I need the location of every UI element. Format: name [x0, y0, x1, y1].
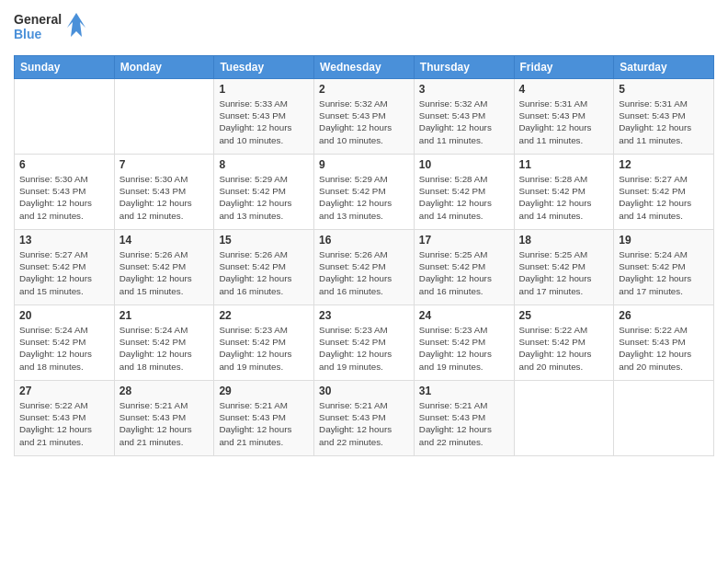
day-info: Sunrise: 5:23 AMSunset: 5:42 PMDaylight:…: [419, 324, 509, 373]
day-number: 8: [219, 158, 309, 171]
calendar-header: SundayMondayTuesdayWednesdayThursdayFrid…: [15, 56, 714, 79]
weekday-header-tuesday: Tuesday: [214, 56, 314, 79]
day-number: 25: [519, 309, 609, 322]
day-info: Sunrise: 5:31 AMSunset: 5:43 PMDaylight:…: [519, 98, 609, 146]
calendar-week-4: 20Sunrise: 5:24 AMSunset: 5:42 PMDayligh…: [15, 305, 714, 381]
day-info: Sunrise: 5:32 AMSunset: 5:43 PMDaylight:…: [319, 98, 409, 146]
day-number: 20: [19, 309, 109, 322]
day-info: Sunrise: 5:27 AMSunset: 5:42 PMDaylight:…: [619, 173, 709, 222]
day-info: Sunrise: 5:24 AMSunset: 5:42 PMDaylight:…: [119, 324, 210, 373]
calendar-cell: [15, 79, 115, 155]
day-number: 6: [19, 158, 109, 171]
header: General Blue: [14, 9, 714, 48]
day-number: 10: [419, 158, 509, 171]
day-number: 16: [319, 234, 409, 247]
day-number: 24: [419, 309, 509, 322]
day-info: Sunrise: 5:30 AMSunset: 5:43 PMDaylight:…: [19, 173, 109, 222]
day-number: 3: [419, 83, 509, 96]
day-number: 13: [19, 234, 109, 247]
day-info: Sunrise: 5:21 AMSunset: 5:43 PMDaylight:…: [319, 399, 409, 448]
day-number: 14: [119, 234, 210, 247]
day-number: 27: [19, 385, 109, 397]
calendar-cell: 14Sunrise: 5:26 AMSunset: 5:42 PMDayligh…: [114, 230, 214, 305]
day-number: 9: [319, 158, 409, 171]
calendar-cell: 31Sunrise: 5:21 AMSunset: 5:43 PMDayligh…: [414, 381, 514, 456]
day-info: Sunrise: 5:26 AMSunset: 5:42 PMDaylight:…: [319, 248, 409, 297]
day-info: Sunrise: 5:28 AMSunset: 5:42 PMDaylight:…: [519, 173, 609, 222]
calendar-cell: 23Sunrise: 5:23 AMSunset: 5:42 PMDayligh…: [314, 305, 415, 381]
weekday-header-monday: Monday: [114, 56, 214, 79]
day-info: Sunrise: 5:24 AMSunset: 5:42 PMDaylight:…: [619, 248, 709, 297]
day-number: 22: [219, 309, 309, 322]
day-info: Sunrise: 5:27 AMSunset: 5:42 PMDaylight:…: [19, 248, 109, 297]
day-info: Sunrise: 5:21 AMSunset: 5:43 PMDaylight:…: [219, 399, 309, 448]
calendar-cell: 12Sunrise: 5:27 AMSunset: 5:42 PMDayligh…: [614, 155, 714, 230]
calendar-cell: 5Sunrise: 5:31 AMSunset: 5:43 PMDaylight…: [614, 79, 714, 155]
calendar-cell: [514, 381, 614, 456]
day-info: Sunrise: 5:29 AMSunset: 5:42 PMDaylight:…: [319, 173, 409, 222]
calendar-cell: 10Sunrise: 5:28 AMSunset: 5:42 PMDayligh…: [414, 155, 514, 230]
calendar-cell: 28Sunrise: 5:21 AMSunset: 5:43 PMDayligh…: [114, 381, 214, 456]
day-info: Sunrise: 5:24 AMSunset: 5:42 PMDaylight:…: [19, 324, 109, 373]
weekday-header-thursday: Thursday: [414, 56, 514, 79]
calendar-cell: 13Sunrise: 5:27 AMSunset: 5:42 PMDayligh…: [15, 230, 115, 305]
calendar-cell: 20Sunrise: 5:24 AMSunset: 5:42 PMDayligh…: [15, 305, 115, 381]
calendar-cell: 8Sunrise: 5:29 AMSunset: 5:42 PMDaylight…: [214, 155, 314, 230]
day-info: Sunrise: 5:25 AMSunset: 5:42 PMDaylight:…: [419, 248, 509, 297]
day-info: Sunrise: 5:32 AMSunset: 5:43 PMDaylight:…: [419, 98, 509, 146]
calendar-cell: 17Sunrise: 5:25 AMSunset: 5:42 PMDayligh…: [414, 230, 514, 305]
calendar-cell: 2Sunrise: 5:32 AMSunset: 5:43 PMDaylight…: [314, 79, 415, 155]
day-info: Sunrise: 5:22 AMSunset: 5:43 PMDaylight:…: [19, 399, 109, 448]
calendar-body: 1Sunrise: 5:33 AMSunset: 5:43 PMDaylight…: [15, 79, 714, 456]
calendar-cell: 7Sunrise: 5:30 AMSunset: 5:43 PMDaylight…: [114, 155, 214, 230]
calendar-week-2: 6Sunrise: 5:30 AMSunset: 5:43 PMDaylight…: [15, 155, 714, 230]
day-info: Sunrise: 5:25 AMSunset: 5:42 PMDaylight:…: [519, 248, 609, 297]
calendar-table: SundayMondayTuesdayWednesdayThursdayFrid…: [14, 55, 714, 456]
weekday-header-saturday: Saturday: [614, 56, 714, 79]
weekday-header-wednesday: Wednesday: [314, 56, 415, 79]
weekday-row: SundayMondayTuesdayWednesdayThursdayFrid…: [15, 56, 714, 79]
day-number: 15: [219, 234, 309, 247]
calendar-cell: 30Sunrise: 5:21 AMSunset: 5:43 PMDayligh…: [314, 381, 415, 456]
day-info: Sunrise: 5:30 AMSunset: 5:43 PMDaylight:…: [119, 173, 210, 222]
calendar-week-3: 13Sunrise: 5:27 AMSunset: 5:42 PMDayligh…: [15, 230, 714, 305]
calendar-cell: 21Sunrise: 5:24 AMSunset: 5:42 PMDayligh…: [114, 305, 214, 381]
day-number: 30: [319, 385, 409, 397]
calendar-cell: 24Sunrise: 5:23 AMSunset: 5:42 PMDayligh…: [414, 305, 514, 381]
day-info: Sunrise: 5:23 AMSunset: 5:42 PMDaylight:…: [319, 324, 409, 373]
logo-svg: General Blue: [14, 9, 87, 48]
logo: General Blue: [14, 9, 87, 48]
calendar-cell: 6Sunrise: 5:30 AMSunset: 5:43 PMDaylight…: [15, 155, 115, 230]
weekday-header-sunday: Sunday: [15, 56, 115, 79]
calendar-cell: 25Sunrise: 5:22 AMSunset: 5:42 PMDayligh…: [514, 305, 614, 381]
calendar-cell: 1Sunrise: 5:33 AMSunset: 5:43 PMDaylight…: [214, 79, 314, 155]
svg-text:Blue: Blue: [14, 27, 42, 41]
day-number: 28: [119, 385, 210, 397]
calendar-cell: 26Sunrise: 5:22 AMSunset: 5:43 PMDayligh…: [614, 305, 714, 381]
day-number: 17: [419, 234, 509, 247]
day-number: 11: [519, 158, 609, 171]
calendar-cell: 15Sunrise: 5:26 AMSunset: 5:42 PMDayligh…: [214, 230, 314, 305]
svg-marker-2: [67, 13, 85, 37]
calendar-week-5: 27Sunrise: 5:22 AMSunset: 5:43 PMDayligh…: [15, 381, 714, 456]
day-number: 19: [619, 234, 709, 247]
day-info: Sunrise: 5:21 AMSunset: 5:43 PMDaylight:…: [419, 399, 509, 448]
day-number: 7: [119, 158, 210, 171]
day-info: Sunrise: 5:33 AMSunset: 5:43 PMDaylight:…: [219, 98, 309, 146]
day-number: 2: [319, 83, 409, 96]
svg-text:General: General: [14, 12, 62, 27]
day-number: 5: [619, 83, 709, 96]
calendar-cell: 18Sunrise: 5:25 AMSunset: 5:42 PMDayligh…: [514, 230, 614, 305]
day-number: 26: [619, 309, 709, 322]
day-number: 18: [519, 234, 609, 247]
day-number: 31: [419, 385, 509, 397]
day-number: 1: [219, 83, 309, 96]
calendar-cell: 22Sunrise: 5:23 AMSunset: 5:42 PMDayligh…: [214, 305, 314, 381]
calendar-cell: [614, 381, 714, 456]
day-number: 4: [519, 83, 609, 96]
day-info: Sunrise: 5:21 AMSunset: 5:43 PMDaylight:…: [119, 399, 210, 448]
calendar-cell: 3Sunrise: 5:32 AMSunset: 5:43 PMDaylight…: [414, 79, 514, 155]
day-info: Sunrise: 5:28 AMSunset: 5:42 PMDaylight:…: [419, 173, 509, 222]
calendar-cell: 4Sunrise: 5:31 AMSunset: 5:43 PMDaylight…: [514, 79, 614, 155]
page: General Blue SundayMondayTuesdayWednesda…: [0, 0, 728, 563]
